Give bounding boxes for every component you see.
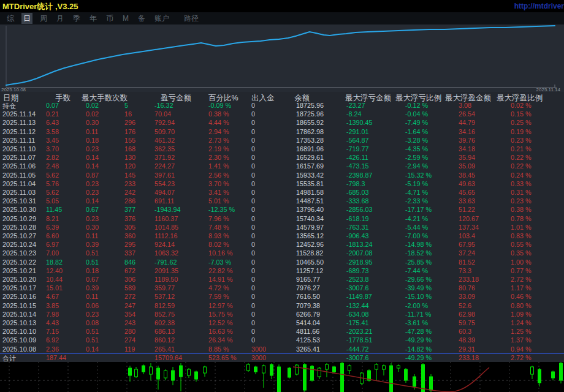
- table-row[interactable]: 2025.11.072.820.14130371.922.30 %016529.…: [0, 154, 564, 162]
- table-cell: 2025.11.03: [2, 189, 36, 196]
- candle-body: [150, 367, 153, 374]
- table-cell: 2.82: [46, 154, 59, 161]
- table-cell: 5.01 %: [208, 197, 229, 205]
- table-cell: 0.39: [86, 241, 99, 248]
- table-cell: 0.38 %: [511, 206, 532, 213]
- table-cell: 3.70: [46, 145, 59, 153]
- table-row[interactable]: 2025.11.045.760.23233554.233.70 %015535.…: [0, 180, 564, 189]
- table-cell: 4.67: [46, 293, 59, 300]
- table-row[interactable]: 2025.10.082.360.14119265.418.85 %3000326…: [0, 345, 564, 354]
- table-cell: -17.17 %: [405, 206, 432, 213]
- menu-item-currency[interactable]: 币: [104, 13, 115, 24]
- table-cell: 296: [124, 119, 135, 126]
- table-row[interactable]: 2025.11.035.620.23242494.073.41 %014981.…: [0, 189, 564, 197]
- table-cell: 589: [124, 284, 135, 292]
- table-cell: 0.18: [86, 137, 99, 144]
- table-row[interactable]: 2025.10.298.210.233761160.377.96 %015740…: [0, 215, 564, 224]
- table-cell: 35.09: [459, 162, 475, 170]
- table-cell: 8.21: [46, 215, 59, 222]
- table-cell: 70.04: [154, 110, 171, 118]
- table-cell: 2091.35: [154, 267, 178, 274]
- table-cell: 0: [251, 249, 255, 257]
- table-cell: 376: [124, 215, 135, 222]
- table-row[interactable]: 2025.10.164.670.11272537.127.59 %07616.5…: [0, 293, 564, 301]
- table-row[interactable]: 2025.10.276.600.113601112.168.93 %013565…: [0, 232, 564, 241]
- table-cell: 2.72 %: [511, 276, 532, 283]
- table-cell: -0.04 %: [405, 110, 428, 118]
- table-row[interactable]: 2025.10.153.850.06247812.5912.97 %07079.…: [0, 302, 564, 311]
- table-cell: 6.92: [46, 336, 59, 344]
- table-row[interactable]: 2025.10.2112.400.186722091.3522.82 %0112…: [0, 267, 564, 276]
- table-row[interactable]: 2025.10.2218.820.51846-791.62-7.03 %0104…: [0, 258, 564, 267]
- app-url-link[interactable]: http://mtdriver: [514, 2, 564, 10]
- table-cell: -1778.51: [346, 336, 373, 344]
- table-cell: 39.76: [459, 137, 475, 144]
- table-row[interactable]: 2025.10.147.980.23354852.7515.75 %06266.…: [0, 311, 564, 319]
- table-cell: -444.72: [346, 345, 369, 353]
- menu-item-account[interactable]: 账户: [153, 13, 171, 24]
- table-row[interactable]: 2025.10.246.970.39295924.148.02 %012452.…: [0, 241, 564, 249]
- table-cell: -5.44 %: [405, 224, 428, 231]
- table-cell: 359.77: [154, 284, 175, 292]
- table-cell: -4.21 %: [405, 215, 428, 222]
- table-cell: -5.19 %: [405, 180, 428, 187]
- table-row[interactable]: 2025.10.096.920.51274860.1226.34 %04125.…: [0, 336, 564, 345]
- table-row[interactable]: 2025.11.113.450.18155461.322.73 %017353.…: [0, 137, 564, 145]
- candle-body: [390, 366, 393, 392]
- table-cell: -7.44 %: [405, 267, 428, 274]
- menu-item-month[interactable]: 月: [55, 13, 66, 24]
- table-cell: 37.24: [459, 249, 475, 257]
- table-cell: 0.08: [86, 319, 99, 326]
- table-cell: 0: [251, 102, 255, 109]
- table-cell: 0: [251, 232, 255, 239]
- table-cell: 337: [124, 249, 135, 257]
- table-cell: -2023.21: [346, 328, 373, 335]
- table-cell: 1160.37: [154, 215, 178, 222]
- table-cell: 2.48: [46, 162, 59, 170]
- table-cell: 2025.10.20: [2, 276, 36, 283]
- table-row[interactable]: 2025.10.134.430.08243602.3812.52 %05414.…: [0, 319, 564, 328]
- table-row[interactable]: 合计187.4415709.64523.65 %3000-3007.6-49.2…: [0, 354, 564, 363]
- table-cell: 224.27: [154, 162, 175, 170]
- table-cell: 4.72 %: [208, 284, 229, 292]
- table-cell: -689.73: [346, 267, 369, 274]
- candle-body: [422, 364, 425, 392]
- table-cell: 397.61: [154, 172, 175, 179]
- table-row[interactable]: 2025.10.237.000.513371063.3210.16 %01152…: [0, 249, 564, 258]
- table-row[interactable]: 2025.11.055.620.87145397.612.56 %015933.…: [0, 172, 564, 180]
- table-cell: 7.15: [46, 328, 59, 335]
- menu-item-year[interactable]: 年: [88, 13, 99, 24]
- table-row[interactable]: 2025.10.107.150.51280686.1316.63 %04811.…: [0, 328, 564, 336]
- table-row[interactable]: 2025.10.2010.440.673061189.5014.91 %0916…: [0, 276, 564, 284]
- table-cell: 0: [251, 189, 255, 196]
- menu-item-zong[interactable]: 综: [5, 13, 16, 24]
- table-cell: 686.13: [154, 328, 175, 335]
- candle-body: [397, 366, 400, 368]
- table-cell: -15.32 %: [405, 172, 432, 179]
- menu-item-day[interactable]: 日: [21, 13, 32, 24]
- table-row[interactable]: 2025.11.062.480.14120224.271.41 %016157.…: [0, 162, 564, 171]
- table-row[interactable]: 2025.11.103.700.23168362.352.19 %016891.…: [0, 145, 564, 154]
- table-cell: 35.94: [459, 154, 475, 161]
- menu-item-backup[interactable]: 备: [136, 13, 147, 24]
- table-row[interactable]: 2025.10.315.050.14286691.115.01 %014487.…: [0, 197, 564, 206]
- table-row[interactable]: 2025.11.123.580.11176509.702.94 %017862.…: [0, 128, 564, 137]
- table-cell: 1189.50: [154, 276, 178, 283]
- table-row[interactable]: 2025.10.286.390.303051014.857.48 %014579…: [0, 224, 564, 232]
- menu-item-quarter[interactable]: 季: [71, 13, 82, 24]
- table-row[interactable]: 2025.11.136.430.30296792.944.44 %018655.…: [0, 119, 564, 127]
- table-row[interactable]: 2025.10.1715.010.39589359.774.72 %07976.…: [0, 284, 564, 293]
- table-row[interactable]: 2025.11.140.210.021670.040.38 %018725.96…: [0, 110, 564, 119]
- table-cell: 5: [124, 102, 128, 109]
- menu-item-m[interactable]: M: [121, 13, 131, 24]
- table-row[interactable]: 持仓0.070.025-16.32-0.09 %018725.96-23.27-…: [0, 102, 564, 110]
- table-cell: 80.76: [459, 284, 475, 292]
- table-cell: 0: [251, 319, 255, 326]
- menu-item-week[interactable]: 周: [38, 13, 49, 24]
- table-cell: 145: [124, 172, 135, 179]
- table-cell: 155: [124, 137, 135, 144]
- table-cell: 7616.50: [296, 293, 320, 300]
- table-cell: 0: [251, 336, 255, 344]
- menu-item-path[interactable]: 路径: [184, 12, 199, 24]
- table-row[interactable]: 2025.10.3011.450.67377-1943.94-12.35 %01…: [0, 206, 564, 214]
